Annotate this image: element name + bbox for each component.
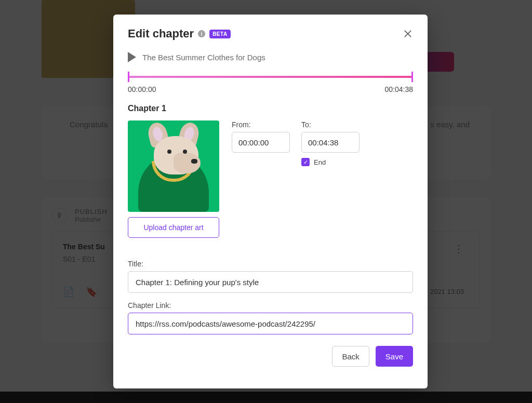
timeline-start: 00:00:00 bbox=[128, 85, 156, 93]
from-input[interactable] bbox=[232, 132, 290, 153]
end-label: End bbox=[314, 158, 326, 166]
timeline-scrubber[interactable] bbox=[128, 72, 413, 82]
edit-chapter-modal: Edit chapter i BETA The Best Summer Clot… bbox=[113, 15, 428, 388]
save-button[interactable]: Save bbox=[376, 346, 413, 367]
title-label: Title: bbox=[128, 260, 413, 268]
timeline-end: 00:04:38 bbox=[385, 85, 414, 93]
chapter-art-preview bbox=[128, 120, 219, 212]
to-input[interactable] bbox=[301, 132, 360, 153]
chapter-link-input[interactable] bbox=[128, 313, 413, 334]
upload-chapter-art-button[interactable]: Upload chapter art bbox=[128, 217, 219, 238]
back-button[interactable]: Back bbox=[332, 346, 369, 367]
info-icon[interactable]: i bbox=[198, 30, 205, 37]
to-label: To: bbox=[301, 120, 360, 129]
modal-title: Edit chapter bbox=[128, 27, 194, 41]
chapter-heading: Chapter 1 bbox=[128, 104, 413, 113]
track-title: The Best Summer Clothes for Dogs bbox=[142, 53, 265, 62]
end-checkbox[interactable]: ✓ bbox=[301, 158, 310, 166]
beta-badge: BETA bbox=[209, 30, 230, 38]
from-label: From: bbox=[232, 120, 290, 129]
play-icon[interactable] bbox=[128, 52, 136, 62]
chapter-title-input[interactable] bbox=[128, 271, 413, 293]
close-icon[interactable] bbox=[403, 29, 413, 39]
chapter-link-label: Chapter Link: bbox=[128, 301, 413, 310]
